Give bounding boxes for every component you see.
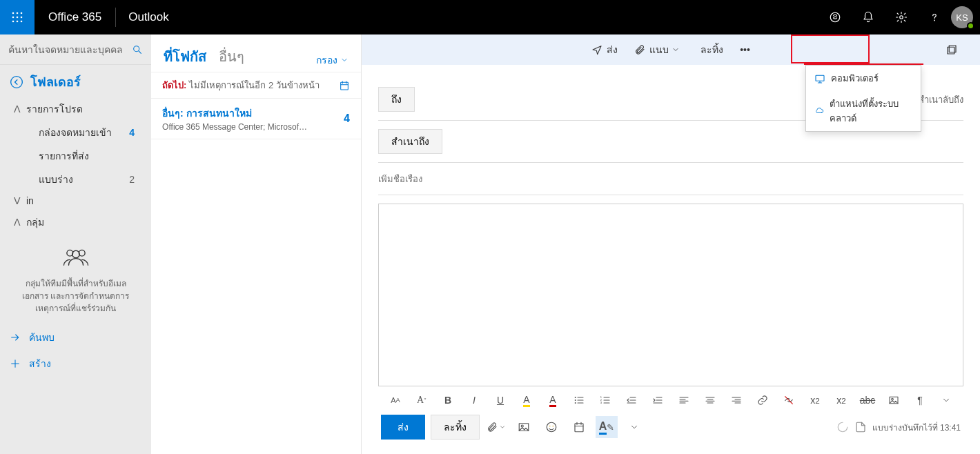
highlight-button[interactable]: A bbox=[515, 388, 538, 412]
folders-header[interactable]: โฟลเดอร์ bbox=[0, 65, 151, 96]
message-item[interactable]: อื่นๆ: การสนทนาใหม่ Office 365 Message C… bbox=[151, 99, 361, 139]
message-body-editor[interactable] bbox=[378, 204, 963, 386]
attach-mini-button[interactable] bbox=[485, 416, 507, 438]
sidebar-favorites[interactable]: ᐱ รายการโปรด bbox=[0, 97, 151, 121]
subscript-button[interactable]: x2 bbox=[830, 388, 853, 412]
svg-point-23 bbox=[575, 402, 576, 404]
svg-rect-19 bbox=[948, 47, 954, 54]
filter-button[interactable]: กรอง bbox=[316, 52, 349, 68]
sidebar-groups[interactable]: ᐱ กลุ่ม bbox=[0, 210, 151, 234]
outdent-button[interactable] bbox=[620, 388, 643, 412]
insert-image-button[interactable] bbox=[882, 388, 905, 412]
insert-picture-mini[interactable] bbox=[513, 416, 535, 438]
svg-point-32 bbox=[549, 426, 551, 427]
bcc-link[interactable]: สำเนาลับถึง bbox=[919, 92, 963, 107]
format-more-button[interactable] bbox=[934, 388, 958, 412]
attach-from-cloud[interactable]: ตำแหน่งที่ตั้งระบบคลาวด์ bbox=[806, 91, 921, 131]
sidebar-in[interactable]: ᐯ in bbox=[0, 191, 151, 210]
font-color-button[interactable]: A bbox=[541, 388, 565, 412]
sidebar-inbox[interactable]: กล่องจดหมายเข้า 4 bbox=[0, 121, 151, 144]
text-direction-button[interactable]: ¶ bbox=[908, 388, 932, 412]
signature-mini[interactable]: A✎ bbox=[596, 416, 618, 438]
svg-point-21 bbox=[575, 397, 576, 398]
align-center-button[interactable] bbox=[698, 388, 722, 412]
search-box[interactable]: ค้นหาในจดหมายและบุคคล bbox=[0, 34, 151, 65]
svg-point-7 bbox=[17, 21, 19, 23]
attachment-icon bbox=[634, 44, 645, 55]
calendar-icon bbox=[339, 80, 350, 91]
svg-point-8 bbox=[21, 21, 23, 23]
subject-row[interactable] bbox=[378, 163, 963, 195]
app-name-label[interactable]: Outlook bbox=[116, 10, 182, 24]
message-preview: Office 365 Message Center; Microsof… bbox=[162, 122, 344, 132]
svg-point-9 bbox=[830, 12, 840, 22]
svg-point-11 bbox=[934, 20, 935, 21]
bold-button[interactable]: B bbox=[436, 388, 460, 412]
attach-from-computer[interactable]: คอมพิวเตอร์ bbox=[806, 66, 921, 91]
help-icon[interactable] bbox=[918, 0, 951, 34]
app-launcher-button[interactable] bbox=[0, 0, 35, 34]
schedule-mini[interactable] bbox=[568, 416, 590, 438]
underline-button[interactable]: U bbox=[489, 388, 512, 412]
search-placeholder: ค้นหาในจดหมายและบุคคล bbox=[8, 42, 132, 57]
to-button[interactable]: ถึง bbox=[378, 87, 415, 112]
svg-point-16 bbox=[72, 250, 79, 258]
font-family-button[interactable]: A˅ bbox=[410, 388, 433, 412]
svg-point-1 bbox=[17, 12, 19, 14]
computer-icon bbox=[814, 73, 825, 84]
skype-icon[interactable] bbox=[819, 0, 852, 34]
svg-point-5 bbox=[21, 17, 23, 19]
link-button[interactable] bbox=[751, 388, 774, 412]
bullet-list-button[interactable] bbox=[567, 388, 591, 412]
agenda-row[interactable]: ถัดไป: ไม่มีเหตุการณ์ในอีก 2 วันข้างหน้า bbox=[151, 72, 361, 99]
arrow-right-icon bbox=[10, 332, 21, 343]
send-row: ส่ง ละทิ้ง A✎ แบบร่างบันทึกไว้ที่ 13:41 bbox=[378, 414, 963, 447]
tab-other[interactable]: อื่นๆ bbox=[219, 46, 244, 68]
subject-input[interactable] bbox=[378, 174, 963, 184]
send-icon bbox=[591, 44, 602, 55]
emoji-mini[interactable] bbox=[540, 416, 562, 438]
more-mini[interactable] bbox=[623, 416, 645, 438]
agenda-text: ไม่มีเหตุการณ์ในอีก 2 วันข้างหน้า bbox=[189, 78, 319, 92]
align-left-button[interactable] bbox=[672, 388, 696, 412]
ellipsis-icon: ••• bbox=[740, 44, 750, 55]
discard-button-top[interactable]: ละทิ้ง bbox=[694, 39, 730, 60]
italic-button[interactable]: I bbox=[462, 388, 486, 412]
unlink-button[interactable] bbox=[777, 388, 801, 412]
more-button[interactable]: ••• bbox=[733, 41, 757, 58]
superscript-button[interactable]: x2 bbox=[803, 388, 827, 412]
settings-icon[interactable] bbox=[885, 0, 918, 34]
chevron-down-icon bbox=[672, 46, 680, 54]
indent-button[interactable] bbox=[646, 388, 669, 412]
notifications-icon[interactable] bbox=[852, 0, 885, 34]
draft-saved-text: แบบร่างบันทึกไว้ที่ 13:41 bbox=[872, 421, 961, 434]
popout-button[interactable] bbox=[939, 41, 969, 59]
chevron-up-icon: ᐱ bbox=[14, 103, 22, 115]
strikethrough-button[interactable]: abc bbox=[856, 388, 879, 412]
sidebar: ค้นหาในจดหมายและบุคคล โฟลเดอร์ ᐱ รายการโ… bbox=[0, 34, 151, 454]
cc-button[interactable]: สำเนาถึง bbox=[378, 129, 442, 154]
chevron-up-icon: ᐱ bbox=[14, 217, 22, 228]
draft-icon bbox=[854, 421, 867, 433]
groups-description: กลุ่มให้ทีมมีพื้นที่สำหรับอีเมล เอกสาร แ… bbox=[14, 277, 137, 315]
sidebar-sent[interactable]: รายการที่ส่ง bbox=[0, 144, 151, 168]
create-link[interactable]: สร้าง bbox=[0, 351, 151, 377]
brand-label[interactable]: Office 365 bbox=[35, 10, 115, 24]
user-avatar[interactable]: KS bbox=[951, 6, 973, 28]
svg-rect-34 bbox=[575, 424, 583, 432]
message-unread-count: 4 bbox=[344, 112, 350, 125]
folders-title: โฟลเดอร์ bbox=[30, 72, 81, 92]
discover-link[interactable]: ค้นพบ bbox=[0, 324, 151, 351]
discard-button[interactable]: ละทิ้ง bbox=[431, 415, 480, 440]
format-toolbar: AA A˅ B I U A A 123 x2 x2 abc ¶ bbox=[378, 386, 963, 414]
number-list-button[interactable]: 123 bbox=[594, 388, 617, 412]
sidebar-drafts[interactable]: แบบร่าง 2 bbox=[0, 168, 151, 191]
send-button-top[interactable]: ส่ง bbox=[585, 39, 625, 60]
svg-point-33 bbox=[553, 426, 554, 427]
presence-dot bbox=[967, 22, 974, 30]
tab-focused[interactable]: ที่โฟกัส bbox=[164, 46, 206, 68]
align-right-button[interactable] bbox=[725, 388, 748, 412]
attach-button[interactable]: แนบ bbox=[627, 39, 691, 60]
font-size-button[interactable]: AA bbox=[384, 388, 407, 412]
send-button[interactable]: ส่ง bbox=[381, 415, 425, 440]
